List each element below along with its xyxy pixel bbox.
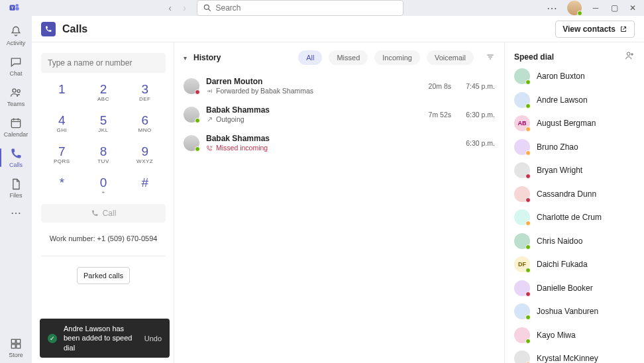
add-contact-button[interactable] [624,50,635,63]
rail-label: Activity [7,40,26,46]
contact-name: Kayo Miwa [537,331,576,340]
speed-dial-contact[interactable]: DFDaichi Fukada [514,256,635,272]
work-number: Work number: +1 (509) 670-0594 [41,234,166,242]
dialpad-key-7[interactable]: 7PQRS [41,142,83,168]
contact-name: Daichi Fukada [537,260,588,269]
filter-label: Missed [337,54,360,62]
dialpad-key-4[interactable]: 4GHI [41,111,83,136]
svg-point-21 [627,52,630,56]
success-icon: ✓ [48,334,57,343]
toast-message: Andre Lawson has been added to speed dia… [64,324,138,352]
filter-incoming[interactable]: Incoming [374,50,420,65]
collapse-button[interactable]: ▾ [184,54,187,62]
app-rail: Activity Chat Teams Calendar Calls Files… [0,16,32,363]
caller-avatar [184,107,199,123]
parked-calls-button[interactable]: Parked calls [77,267,130,284]
calendar-icon [9,117,23,130]
rail-more[interactable]: ⋯ [0,204,32,221]
minimize-button[interactable]: ─ [591,3,600,13]
speed-dial-contact[interactable]: Andre Lawson [514,92,635,108]
contact-name: Aaron Buxton [537,72,585,81]
speed-dial-contact[interactable]: Krystal McKinney [514,350,635,363]
search-input[interactable] [197,0,403,16]
more-options-button[interactable]: ⋯ [547,2,558,15]
history-row[interactable]: Babak ShammasMissed incoming6:30 p.m. [184,129,495,157]
speed-dial-panel: Speed dial Aaron BuxtonAndre LawsonABAug… [505,42,644,363]
call-subtext: Missed incoming [206,144,414,152]
speed-dial-contact[interactable]: Bryan Wright [514,162,635,178]
history-row[interactable]: Darren MoutonForwarded by Babak Shammas2… [184,72,495,100]
filter-voicemail[interactable]: Voicemail [427,50,474,65]
filter-missed[interactable]: Missed [329,50,368,65]
contact-name: August Bergman [537,119,596,128]
speed-dial-contact[interactable]: Cassandra Dunn [514,186,635,202]
rail-calendar[interactable]: Calendar [0,113,32,142]
speed-dial-contact[interactable]: Kayo Miwa [514,327,635,343]
dial-input[interactable] [41,53,166,73]
dialpad-key-#[interactable]: # [124,173,166,199]
dialpad-key-5[interactable]: 5JKL [83,111,125,136]
call-button[interactable]: Call [41,204,166,223]
rail-chat[interactable]: Chat [0,52,32,81]
svg-rect-12 [11,339,15,343]
speed-dial-contact[interactable]: ABAugust Bergman [514,115,635,131]
file-icon [9,178,23,191]
rail-label: Files [9,192,22,199]
history-title: History [193,53,221,62]
key-digit: 4 [41,113,83,128]
rail-calls[interactable]: Calls [0,143,32,172]
page-header: Calls [41,22,87,36]
dialpad-key-8[interactable]: 8TUV [83,142,125,168]
dialpad-key-1[interactable]: 1 [41,79,83,105]
maximize-button[interactable]: ▢ [610,3,619,13]
user-avatar[interactable] [567,1,582,15]
contact-name: Danielle Booker [537,284,593,293]
dialpad-key-*[interactable]: * [41,173,83,199]
speed-dial-contact[interactable]: Chris Naidoo [514,233,635,249]
speed-dial-contact[interactable]: Aaron Buxton [514,68,635,84]
calls-tile-icon [41,22,56,36]
contact-avatar: DF [514,256,530,272]
speed-dial-contact[interactable]: Charlotte de Crum [514,209,635,225]
nav-arrows: ‹ › [165,3,190,13]
dialpad-key-2[interactable]: 2ABC [83,79,125,105]
filter-icon[interactable] [486,52,495,64]
svg-line-5 [208,9,210,11]
filter-all[interactable]: All [298,50,322,65]
caller-name: Babak Shammas [206,105,414,115]
chat-icon [9,56,23,69]
key-letters: ABC [83,96,125,103]
contact-avatar [514,162,530,178]
speed-dial-contact[interactable]: Danielle Booker [514,280,635,296]
view-contacts-button[interactable]: View contacts [555,21,635,38]
search-field[interactable] [216,3,398,13]
bell-icon [9,25,23,38]
dialpad-key-0[interactable]: 0+ [83,173,125,199]
caller-name: Babak Shammas [206,134,414,143]
contact-name: Bruno Zhao [537,142,578,152]
dialpad: 12ABC3DEF4GHI5JKL6MNO7PQRS8TUV9WXYZ*0+# [41,79,166,199]
rail-activity[interactable]: Activity [0,21,32,50]
undo-button[interactable]: Undo [144,335,162,342]
dialpad-key-9[interactable]: 9WXYZ [124,142,166,168]
contact-avatar [514,303,530,319]
speed-dial-contact[interactable]: Bruno Zhao [514,139,635,155]
nav-forward-button[interactable]: › [180,3,190,13]
dialpad-key-6[interactable]: 6MNO [124,111,166,136]
rail-store[interactable]: Store [0,333,32,362]
rail-files[interactable]: Files [0,174,32,203]
key-digit: 9 [124,144,166,159]
dialpad-key-3[interactable]: 3DEF [124,79,166,105]
key-letters: MNO [124,127,166,134]
svg-rect-13 [17,339,21,343]
svg-point-2 [16,4,19,7]
nav-back-button[interactable]: ‹ [165,3,176,13]
call-time: 6:30 p.m. [455,111,495,119]
svg-rect-8 [11,119,20,128]
contact-avatar [514,350,530,363]
rail-teams[interactable]: Teams [0,82,32,111]
key-letters: PQRS [41,158,83,165]
speed-dial-contact[interactable]: Joshua Vanburen [514,303,635,319]
history-row[interactable]: Babak ShammasOutgoing7m 52s6:30 p.m. [184,100,495,129]
close-button[interactable]: ✕ [628,3,637,13]
